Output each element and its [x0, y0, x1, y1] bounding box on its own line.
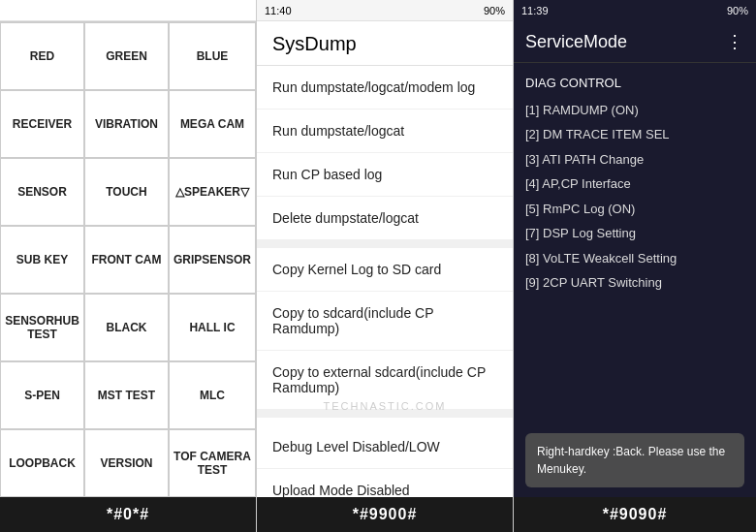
- middle-status-icons: 90%: [484, 5, 505, 16]
- menu-list: Run dumpstate/logcat/modem logRun dumpst…: [257, 66, 513, 497]
- menu-item-2[interactable]: Run CP based log: [257, 153, 513, 197]
- grid-cell-s-pen[interactable]: S-PEN: [0, 361, 84, 429]
- middle-footer: *#9900#: [257, 497, 513, 532]
- middle-footer-code: *#9900#: [353, 506, 418, 523]
- grid-cell-mega-cam[interactable]: MEGA CAM: [169, 90, 256, 158]
- service-item-0[interactable]: DIAG CONTROL: [525, 71, 744, 96]
- service-list: DIAG CONTROL[1] RAMDUMP (ON)[2] DM TRACE…: [514, 63, 756, 425]
- left-panel: REDGREENBLUERECEIVERVIBRATIONMEGA CAMSEN…: [0, 0, 257, 532]
- grid-cell-gripsensor[interactable]: GRIPSENSOR: [169, 226, 256, 294]
- grid-cell-sensor[interactable]: SENSOR: [0, 158, 84, 226]
- service-item-4[interactable]: [4] AP,CP Interface: [525, 172, 744, 197]
- left-footer: *#0*#: [0, 497, 256, 532]
- right-footer-code: *#9090#: [603, 506, 668, 523]
- middle-status-bar: 11:40 90%: [257, 0, 513, 21]
- service-item-8[interactable]: [9] 2CP UART Switching: [525, 270, 744, 296]
- menu-item-6[interactable]: Copy to external sdcard(include CP Ramdu…: [257, 351, 513, 410]
- service-item-6[interactable]: [7] DSP Log Setting: [525, 221, 744, 246]
- grid-cell-version[interactable]: VERSION: [84, 429, 169, 497]
- right-status-icons: 90%: [727, 5, 748, 16]
- right-title-bar: ServiceMode ⋮: [514, 21, 756, 63]
- menu-item-7[interactable]: Debug Level Disabled/LOW: [257, 425, 513, 469]
- service-item-1[interactable]: [1] RAMDUMP (ON): [525, 98, 744, 123]
- service-item-2[interactable]: [2] DM TRACE ITEM SEL: [525, 122, 744, 147]
- grid-cell-black[interactable]: BLACK: [84, 294, 169, 361]
- right-battery: 90%: [727, 5, 748, 16]
- grid-cell-hall-ic[interactable]: HALL IC: [169, 294, 256, 361]
- grid-cell-red[interactable]: RED: [0, 22, 84, 90]
- grid-cell-receiver[interactable]: RECEIVER: [0, 90, 84, 158]
- left-status-bar: [0, 0, 256, 21]
- service-item-5[interactable]: [5] RmPC Log (ON): [525, 197, 744, 222]
- grid-cell-sub-key[interactable]: SUB KEY: [0, 226, 84, 294]
- grid-container: REDGREENBLUERECEIVERVIBRATIONMEGA CAMSEN…: [0, 21, 256, 497]
- grid-cell-front-cam[interactable]: FRONT CAM: [84, 226, 169, 294]
- toast-message: Right-hardkey :Back. Please use the Menu…: [525, 433, 744, 487]
- service-item-7[interactable]: [8] VoLTE Weakcell Setting: [525, 246, 744, 271]
- grid-cell-△speaker▽[interactable]: △SPEAKER▽: [169, 158, 256, 226]
- left-footer-code: *#0*#: [107, 506, 149, 523]
- menu-item-8[interactable]: Upload Mode Disabled: [257, 469, 513, 497]
- middle-title: SysDump: [257, 21, 513, 66]
- grid-cell-vibration[interactable]: VIBRATION: [84, 90, 169, 158]
- more-options-icon[interactable]: ⋮: [726, 31, 744, 52]
- middle-time: 11:40: [265, 5, 292, 16]
- grid-cell-touch[interactable]: TOUCH: [84, 158, 169, 226]
- right-time: 11:39: [521, 5, 549, 16]
- service-item-3[interactable]: [3] ATI PATH Change: [525, 147, 744, 172]
- menu-item-5[interactable]: Copy to sdcard(include CP Ramdump): [257, 292, 513, 351]
- grid-cell-tof-camera-test[interactable]: TOF CAMERA TEST: [169, 429, 256, 497]
- menu-item-3[interactable]: Delete dumpstate/logcat: [257, 197, 513, 240]
- grid-cell-green[interactable]: GREEN: [84, 22, 169, 90]
- right-status-bar: 11:39 90%: [514, 0, 756, 21]
- menu-item-0[interactable]: Run dumpstate/logcat/modem log: [257, 66, 513, 110]
- menu-item-1[interactable]: Run dumpstate/logcat: [257, 110, 513, 153]
- right-title: ServiceMode: [525, 32, 627, 52]
- menu-item-4[interactable]: Copy Kernel Log to SD card: [257, 240, 513, 292]
- grid-cell-mlc[interactable]: MLC: [169, 361, 256, 429]
- grid-cell-blue[interactable]: BLUE: [169, 22, 256, 90]
- right-footer: *#9090#: [514, 497, 756, 532]
- middle-panel: 11:40 90% SysDump Run dumpstate/logcat/m…: [257, 0, 514, 532]
- grid-cell-loopback[interactable]: LOOPBACK: [0, 429, 84, 497]
- grid-cell-mst-test[interactable]: MST TEST: [84, 361, 169, 429]
- right-panel: 11:39 90% ServiceMode ⋮ DIAG CONTROL[1] …: [514, 0, 756, 532]
- middle-battery: 90%: [484, 5, 505, 16]
- grid-cell-sensorhub-test[interactable]: SENSORHUB TEST: [0, 294, 84, 361]
